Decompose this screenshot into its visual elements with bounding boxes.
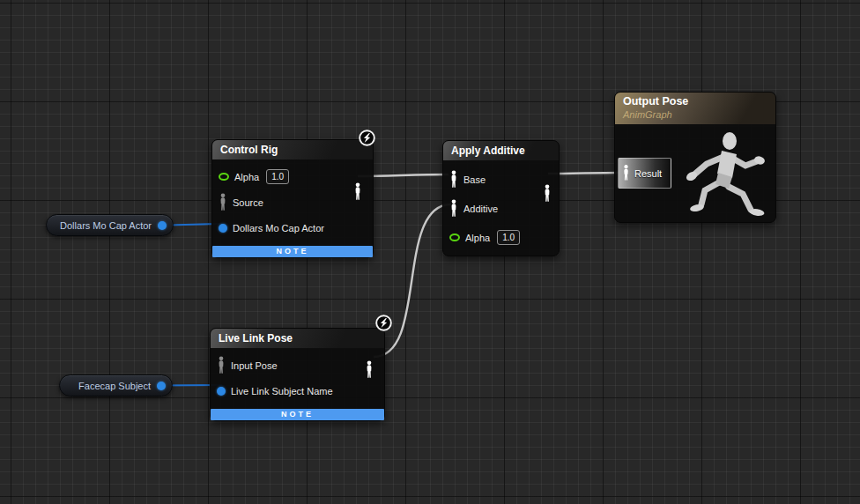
float-pin-alpha[interactable] bbox=[219, 173, 229, 181]
node-title: Apply Additive bbox=[443, 141, 559, 160]
variable-label: Facecap Subject bbox=[78, 381, 151, 391]
pin-row-input-pose: Input Pose bbox=[211, 352, 384, 378]
alpha-value-input[interactable]: 1.0 bbox=[266, 169, 289, 184]
pin-label: Alpha bbox=[234, 172, 259, 182]
pin-label: Result bbox=[634, 168, 662, 179]
fast-path-lightning-icon bbox=[374, 314, 393, 332]
pin-label: Source bbox=[233, 197, 263, 208]
pose-pin-icon[interactable] bbox=[622, 164, 630, 182]
object-pin[interactable] bbox=[219, 224, 227, 233]
pin-row-dollars-mo-cap-actor: Dollars Mo Cap Actor bbox=[212, 215, 373, 241]
pin-label: Input Pose bbox=[231, 360, 278, 371]
node-title: Live Link Pose bbox=[211, 329, 384, 348]
variable-node-facecap-subject[interactable]: Facecap Subject bbox=[59, 374, 173, 397]
running-mannequin-illustration bbox=[673, 120, 772, 219]
pose-pin-icon[interactable] bbox=[449, 199, 458, 219]
variable-label: Dollars Mo Cap Actor bbox=[60, 220, 152, 231]
node-output-pose[interactable]: Output Pose AnimGraph Result bbox=[614, 92, 776, 223]
note-banner[interactable]: NOTE bbox=[212, 246, 373, 257]
animgraph-canvas[interactable]: Dollars Mo Cap Actor Facecap Subject Con… bbox=[0, 0, 860, 504]
node-title: Control Rig bbox=[212, 140, 373, 159]
pin-row-alpha: Alpha 1.0 bbox=[443, 223, 559, 252]
pin-row-additive: Additive bbox=[443, 194, 559, 223]
pin-label: Alpha bbox=[465, 233, 490, 243]
pin-row-base: Base bbox=[443, 165, 559, 194]
pose-output-pin[interactable] bbox=[543, 184, 552, 204]
pose-output-pin[interactable] bbox=[353, 182, 362, 202]
float-pin-alpha[interactable] bbox=[449, 233, 460, 241]
pin-label: Base bbox=[463, 174, 486, 185]
wire-livelink-to-additive[interactable] bbox=[374, 204, 451, 357]
object-output-pin[interactable] bbox=[157, 382, 166, 390]
wire-layer bbox=[0, 0, 860, 504]
pin-label: Live Link Subject Name bbox=[231, 386, 333, 397]
fast-path-lightning-icon bbox=[358, 129, 376, 147]
pin-row-live-link-subject-name: Live Link Subject Name bbox=[211, 378, 384, 404]
object-output-pin[interactable] bbox=[158, 221, 167, 230]
pose-output-pin[interactable] bbox=[365, 360, 374, 380]
pin-row-source: Source bbox=[212, 189, 373, 215]
pose-pin-icon[interactable] bbox=[219, 193, 227, 212]
node-apply-additive[interactable]: Apply Additive Base Additive Alpha 1.0 bbox=[442, 140, 560, 256]
pin-row-alpha: Alpha 1.0 bbox=[212, 164, 373, 189]
pose-pin-icon[interactable] bbox=[217, 356, 226, 375]
node-live-link-pose[interactable]: Live Link Pose Input Pose Live Link Subj… bbox=[210, 328, 385, 421]
pin-row-result[interactable]: Result bbox=[618, 158, 671, 189]
variable-node-dollars-mo-cap-actor[interactable]: Dollars Mo Cap Actor bbox=[46, 214, 174, 236]
object-pin[interactable] bbox=[217, 387, 226, 396]
pose-pin-icon[interactable] bbox=[449, 170, 458, 189]
note-banner[interactable]: NOTE bbox=[211, 409, 384, 420]
pin-label: Additive bbox=[463, 204, 498, 214]
alpha-value-input[interactable]: 1.0 bbox=[497, 230, 520, 245]
node-control-rig[interactable]: Control Rig Alpha 1.0 Source Dollars Mo … bbox=[211, 139, 374, 258]
pin-label: Dollars Mo Cap Actor bbox=[233, 223, 324, 233]
node-title: Output Pose bbox=[623, 94, 767, 109]
